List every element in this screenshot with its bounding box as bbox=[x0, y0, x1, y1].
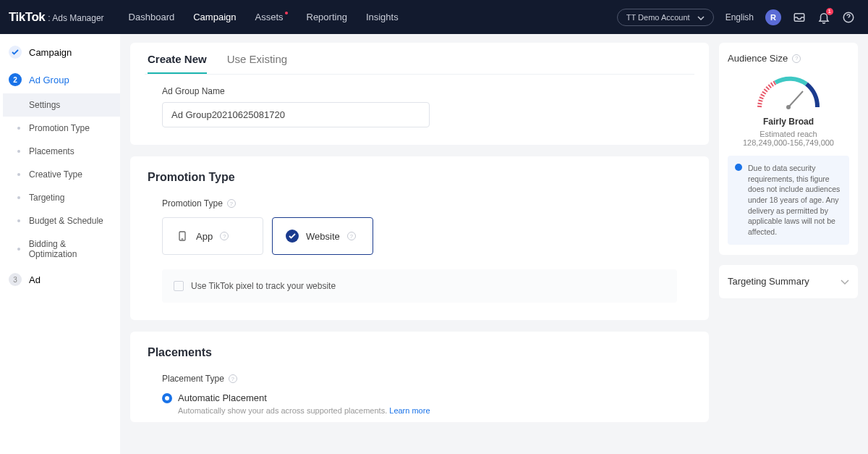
step-ad[interactable]: 3 Ad bbox=[0, 266, 120, 293]
step-adgroup[interactable]: 2 Ad Group bbox=[0, 66, 120, 93]
adgroup-card: Create New Use Existing Ad Group Name bbox=[130, 43, 709, 145]
radio-icon bbox=[162, 393, 172, 403]
promotion-title: Promotion Type bbox=[148, 171, 692, 184]
logo-text: TikTok bbox=[9, 10, 45, 25]
audience-status: Fairly Broad bbox=[728, 117, 849, 127]
step-number-icon: 2 bbox=[9, 73, 22, 86]
nav-assets[interactable]: Assets bbox=[255, 12, 287, 22]
checkbox-icon bbox=[174, 281, 184, 291]
header-right: TT Demo Account English R 1 bbox=[617, 9, 855, 26]
account-name: TT Demo Account bbox=[626, 13, 690, 22]
tab-create-new[interactable]: Create New bbox=[148, 53, 207, 74]
subnav-placements[interactable]: Placements bbox=[3, 140, 120, 163]
option-website[interactable]: Website ? bbox=[272, 217, 373, 255]
bell-icon[interactable]: 1 bbox=[817, 11, 830, 24]
tab-use-existing[interactable]: Use Existing bbox=[227, 53, 287, 74]
help-icon[interactable]: ? bbox=[220, 232, 229, 240]
check-circle-icon bbox=[286, 230, 299, 243]
adgroup-name-label: Ad Group Name bbox=[162, 86, 692, 96]
audience-sub: Estimated reach bbox=[728, 130, 849, 138]
radio-automatic-placement[interactable]: Automatic Placement bbox=[162, 392, 692, 403]
placement-type-label: Placement Type ? bbox=[162, 374, 692, 384]
option-website-label: Website bbox=[306, 231, 340, 242]
step-label: Ad bbox=[29, 274, 41, 285]
avatar[interactable]: R bbox=[765, 9, 781, 25]
app-icon bbox=[176, 230, 189, 243]
chevron-down-icon bbox=[841, 275, 849, 288]
learn-more-link[interactable]: Learn more bbox=[389, 406, 430, 415]
svg-point-4 bbox=[786, 105, 791, 109]
audience-range: 128,249,000-156,749,000 bbox=[728, 138, 849, 147]
nav-campaign[interactable]: Campaign bbox=[193, 12, 236, 22]
step-campaign[interactable]: Campaign bbox=[0, 38, 120, 66]
subnav-promotion-type[interactable]: Promotion Type bbox=[3, 117, 120, 140]
check-icon bbox=[9, 46, 22, 59]
subnav-targeting[interactable]: Targeting bbox=[3, 186, 120, 209]
chevron-down-icon bbox=[697, 13, 705, 22]
sidebar: Campaign 2 Ad Group Settings Promotion T… bbox=[0, 34, 120, 454]
step-number-icon: 3 bbox=[9, 273, 22, 286]
top-header: TikTok : Ads Manager Dashboard Campaign … bbox=[0, 0, 868, 34]
help-icon[interactable]: ? bbox=[227, 199, 236, 208]
top-nav: Dashboard Campaign Assets Reporting Insi… bbox=[129, 12, 399, 22]
auto-placement-desc: Automatically show your ads across suppo… bbox=[178, 406, 692, 415]
promotion-type-label: Promotion Type ? bbox=[162, 198, 692, 209]
subnav-settings[interactable]: Settings bbox=[3, 93, 120, 117]
placements-title: Placements bbox=[148, 346, 692, 359]
account-selector[interactable]: TT Demo Account bbox=[617, 9, 714, 26]
targeting-summary-card[interactable]: Targeting Summary bbox=[719, 265, 858, 298]
pixel-checkbox-row[interactable]: Use TikTok pixel to track your website bbox=[162, 269, 677, 303]
adgroup-name-input[interactable] bbox=[162, 102, 430, 127]
option-app[interactable]: App ? bbox=[162, 217, 263, 255]
language-label[interactable]: English bbox=[726, 12, 754, 22]
logo-subtext: : Ads Manager bbox=[48, 13, 103, 23]
step-label: Campaign bbox=[29, 47, 72, 58]
radio-auto-label: Automatic Placement bbox=[178, 392, 267, 403]
pixel-checkbox-label: Use TikTok pixel to track your website bbox=[191, 281, 336, 291]
tabs: Create New Use Existing bbox=[145, 53, 694, 75]
help-icon[interactable] bbox=[842, 11, 855, 24]
help-icon[interactable]: ? bbox=[792, 54, 801, 63]
svg-line-3 bbox=[788, 91, 803, 107]
new-dot-icon bbox=[285, 12, 288, 14]
adgroup-subnav: Settings Promotion Type Placements Creat… bbox=[0, 93, 120, 266]
promotion-card: Promotion Type Promotion Type ? App ? bbox=[130, 156, 709, 320]
audience-notice: Due to data security requirements, this … bbox=[728, 156, 849, 245]
subnav-bidding-optimization[interactable]: Bidding & Optimization bbox=[3, 232, 120, 266]
subnav-creative-type[interactable]: Creative Type bbox=[3, 163, 120, 186]
nav-insights[interactable]: Insights bbox=[366, 12, 399, 22]
nav-reporting[interactable]: Reporting bbox=[307, 12, 347, 22]
nav-dashboard[interactable]: Dashboard bbox=[129, 12, 175, 22]
help-icon[interactable]: ? bbox=[347, 232, 356, 240]
audience-size-card: Audience Size ? Fairly Broad Estimated r… bbox=[719, 43, 858, 255]
step-label: Ad Group bbox=[29, 75, 69, 85]
subnav-budget-schedule[interactable]: Budget & Schedule bbox=[3, 209, 120, 232]
targeting-summary-label: Targeting Summary bbox=[728, 276, 809, 287]
option-app-label: App bbox=[196, 231, 213, 242]
placements-card: Placements Placement Type ? Automatic Pl… bbox=[130, 332, 709, 422]
audience-title: Audience Size ? bbox=[728, 53, 849, 64]
help-icon[interactable]: ? bbox=[229, 374, 237, 383]
gauge-icon bbox=[728, 71, 849, 111]
logo: TikTok : Ads Manager bbox=[9, 10, 104, 25]
notification-badge: 1 bbox=[826, 8, 833, 15]
inbox-icon[interactable] bbox=[793, 11, 806, 24]
